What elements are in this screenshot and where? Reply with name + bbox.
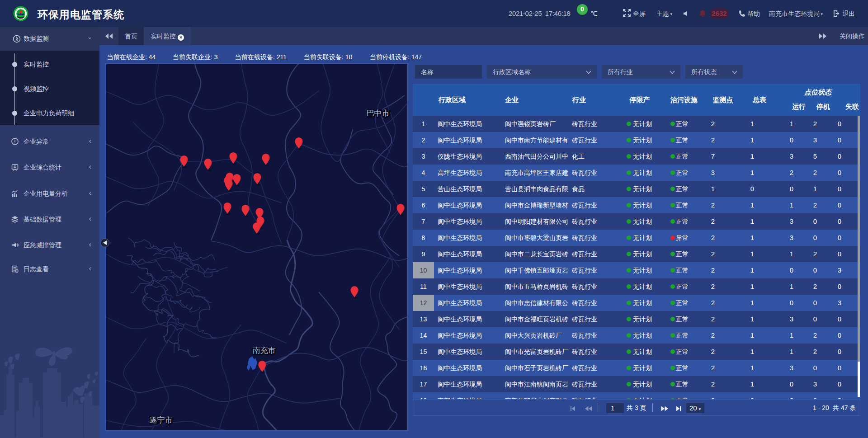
- svg-text:巴中市: 巴中市: [367, 109, 390, 118]
- svg-text:遂宁市: 遂宁市: [150, 416, 173, 424]
- svg-text:南充市: 南充市: [253, 346, 276, 355]
